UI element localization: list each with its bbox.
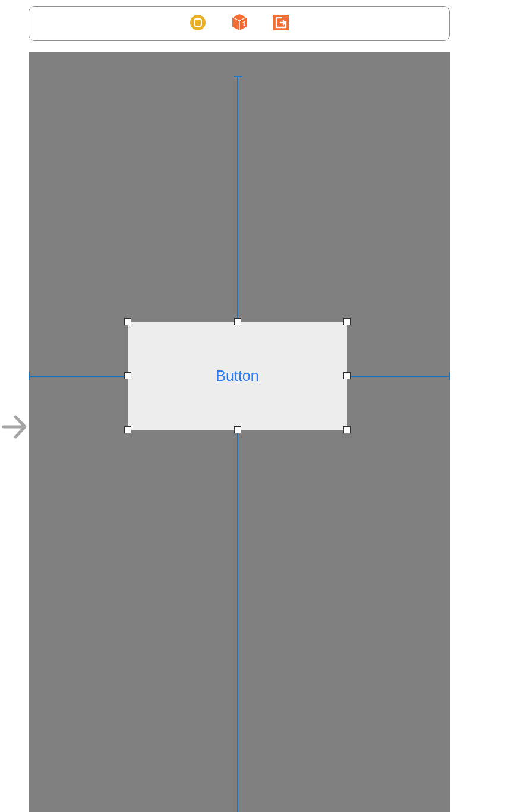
design-canvas[interactable]: Button xyxy=(29,52,450,812)
resize-handle-e[interactable] xyxy=(343,372,351,379)
guide-cap xyxy=(449,372,450,380)
resize-handle-s[interactable] xyxy=(234,426,241,433)
cube-badge: 1 xyxy=(242,21,246,27)
cube-tool-button[interactable]: 1 xyxy=(231,15,248,32)
resize-handle-sw[interactable] xyxy=(124,426,131,433)
alignment-guide-top xyxy=(237,76,238,322)
resize-handle-w[interactable] xyxy=(124,372,131,379)
alignment-guide-left xyxy=(29,376,128,377)
selected-button-element[interactable]: Button xyxy=(128,322,347,430)
alignment-guide-bottom xyxy=(237,430,238,812)
arrow-right-icon[interactable] xyxy=(1,412,27,444)
export-icon xyxy=(273,15,289,33)
coin-tool-button[interactable] xyxy=(190,15,206,32)
cube-icon: 1 xyxy=(231,14,248,34)
toolbar: 1 xyxy=(29,6,450,41)
resize-handle-nw[interactable] xyxy=(124,318,131,325)
coin-icon xyxy=(190,14,206,33)
resize-handle-se[interactable] xyxy=(343,426,351,433)
resize-handle-ne[interactable] xyxy=(343,318,351,325)
guide-cap xyxy=(29,372,30,380)
resize-handle-n[interactable] xyxy=(234,318,241,325)
svg-point-0 xyxy=(190,15,206,30)
button-label: Button xyxy=(216,367,258,385)
alignment-guide-right xyxy=(347,376,450,377)
export-tool-button[interactable] xyxy=(273,15,289,32)
guide-cap xyxy=(234,76,242,77)
